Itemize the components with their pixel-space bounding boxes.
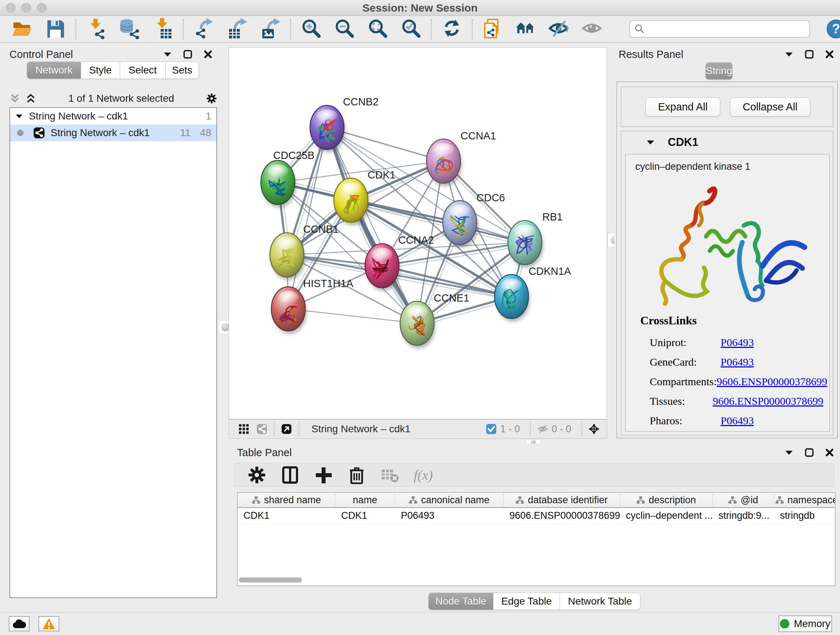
network-node-CCNA1[interactable] — [426, 139, 462, 187]
import-table-file-button[interactable] — [152, 18, 174, 40]
tab-network[interactable]: Network — [27, 62, 81, 79]
float-table-panel-icon[interactable] — [804, 447, 815, 458]
delete-column-button[interactable] — [347, 466, 366, 484]
network-node-CCNB2[interactable] — [310, 105, 346, 153]
memory-button[interactable]: Memory — [778, 616, 832, 632]
maximize-window-icon[interactable] — [37, 3, 47, 13]
protein-structure-image — [635, 175, 816, 309]
crosslink-link[interactable]: P06493 — [721, 336, 754, 348]
crosslink-link[interactable]: 9606.ENSP00000378699 — [713, 395, 823, 407]
table-settings-button[interactable] — [248, 466, 266, 484]
cloud-status-button[interactable] — [9, 616, 30, 631]
table-cell[interactable]: P06493 — [395, 508, 504, 524]
column-header-description[interactable]: description — [620, 493, 713, 507]
add-column-button[interactable] — [314, 466, 332, 484]
refresh-button[interactable] — [441, 18, 463, 40]
network-canvas[interactable]: CCNB2CCNA1CDC25BCDK1CDC6RB1CCNB1CCNA2CDK… — [229, 47, 607, 419]
network-collection-row[interactable]: String Network – cdk1 1 — [10, 108, 216, 125]
tab-sets[interactable]: Sets — [166, 62, 199, 79]
collapse-gene-icon[interactable] — [646, 139, 655, 145]
first-neighbors-button[interactable] — [515, 18, 537, 40]
collapse-tree-icon[interactable] — [25, 93, 36, 104]
collapse-panel-icon[interactable] — [162, 49, 173, 60]
crosslink-link[interactable]: 9606.ENSP00000378699 — [717, 375, 827, 388]
warnings-button[interactable] — [38, 616, 59, 631]
zoom-fit-button[interactable] — [366, 18, 389, 40]
fit-content-crosshair-icon[interactable] — [589, 424, 600, 434]
network-node-CCNB1[interactable] — [270, 233, 305, 280]
table-cell[interactable]: cyclin–dependent ... — [620, 508, 713, 524]
column-header-name[interactable]: name — [335, 493, 395, 507]
network-edge[interactable] — [288, 309, 417, 323]
import-network-database-button[interactable] — [118, 18, 141, 40]
network-node-CCNA2[interactable] — [365, 244, 401, 291]
close-table-panel-icon[interactable] — [824, 447, 835, 458]
table-cell[interactable]: 9606.ENSP00000378699 — [504, 508, 620, 524]
import-network-file-button[interactable] — [85, 18, 107, 40]
float-results-icon[interactable] — [804, 49, 815, 60]
close-panel-icon[interactable] — [202, 49, 213, 60]
tab-edge-table[interactable]: Edge Table — [493, 593, 560, 610]
export-table-button[interactable] — [226, 18, 248, 40]
network-edge[interactable] — [327, 127, 417, 323]
table-cell[interactable]: stringdb:9... — [713, 508, 774, 524]
hide-selected-button[interactable] — [548, 18, 570, 40]
crosslink-link[interactable]: P06493 — [721, 415, 754, 427]
hidden-eye-icon[interactable] — [537, 424, 548, 434]
table-cell[interactable]: stringdb — [774, 508, 836, 524]
column-header-namespace[interactable]: namespace — [774, 493, 836, 507]
table-row[interactable]: CDK1CDK1P064939606.ENSP00000378699cyclin… — [238, 508, 835, 524]
network-node-CCNE1[interactable] — [400, 301, 436, 348]
crosslink-link[interactable]: P06493 — [721, 356, 754, 368]
tab-string[interactable]: String — [706, 62, 733, 80]
collapse-table-panel-icon[interactable] — [783, 447, 794, 458]
collapse-all-button[interactable]: Collapse All — [730, 97, 810, 117]
table-cell[interactable]: CDK1 — [238, 508, 335, 524]
float-panel-icon[interactable] — [182, 49, 193, 60]
tab-style[interactable]: Style — [81, 62, 120, 79]
open-in-browser-icon[interactable] — [281, 424, 292, 434]
save-session-button[interactable] — [44, 18, 66, 40]
expand-tree-icon[interactable] — [9, 93, 20, 104]
minimize-window-icon[interactable] — [21, 3, 31, 13]
select-columns-button[interactable] — [281, 466, 299, 484]
scrollbar-thumb[interactable] — [239, 578, 302, 583]
zoom-out-button[interactable] — [333, 18, 355, 40]
duplicate-network-button[interactable] — [482, 18, 504, 40]
tab-node-table[interactable]: Node Table — [428, 593, 493, 610]
birds-eye-view-icon[interactable] — [238, 424, 249, 434]
export-network-button[interactable] — [193, 18, 215, 40]
hidden-counts: 0 - 0 — [552, 424, 571, 435]
close-window-icon[interactable] — [6, 3, 16, 13]
network-options-gear-icon[interactable] — [206, 93, 217, 104]
expand-all-button[interactable]: Expand All — [645, 97, 720, 117]
column-header-id[interactable]: @id — [713, 493, 774, 507]
network-node-CDC6[interactable] — [443, 201, 478, 248]
export-image-button[interactable] — [259, 18, 281, 40]
network-node-RB1[interactable] — [508, 220, 543, 268]
column-header-canonicalname[interactable]: canonical name — [395, 493, 504, 507]
tab-network-table[interactable]: Network Table — [560, 593, 640, 610]
network-node-HIST1H1A[interactable] — [271, 287, 307, 334]
network-row-selected[interactable]: String Network – cdk1 11 48 — [10, 125, 216, 141]
help-button[interactable]: ? — [826, 18, 840, 40]
table-cell[interactable]: CDK1 — [335, 508, 395, 524]
node-table: shared namename canonical name database … — [237, 492, 836, 586]
network-edge[interactable] — [350, 203, 524, 245]
zoom-selected-button[interactable] — [400, 18, 422, 40]
collapse-results-icon[interactable] — [783, 49, 794, 60]
show-all-button[interactable] — [581, 18, 604, 40]
string-view-badge-icon[interactable] — [256, 424, 267, 434]
search-field[interactable] — [629, 20, 810, 38]
selected-checkbox-icon[interactable] — [486, 424, 497, 434]
column-header-sharedname[interactable]: shared name — [238, 493, 335, 507]
zoom-in-button[interactable] — [300, 18, 322, 40]
search-input[interactable] — [649, 24, 804, 35]
network-node-CDK1[interactable] — [334, 178, 369, 226]
table-horizontal-scrollbar[interactable] — [239, 578, 832, 583]
tab-select[interactable]: Select — [120, 62, 166, 79]
close-results-icon[interactable] — [824, 49, 835, 60]
network-node-CDKN1A[interactable] — [494, 274, 530, 322]
column-header-databaseidentifier[interactable]: database identifier — [504, 493, 620, 507]
open-session-button[interactable] — [11, 18, 33, 40]
